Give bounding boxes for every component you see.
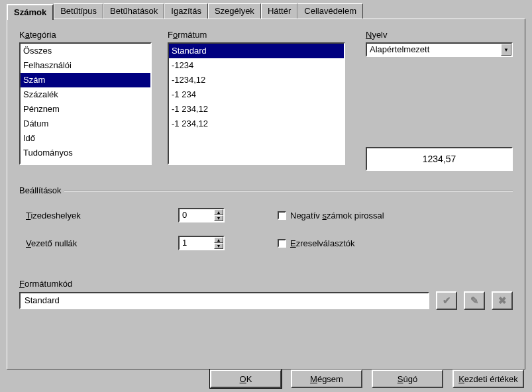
- apply-format-button[interactable]: ✔: [436, 291, 457, 310]
- thousands-sep-checkbox[interactable]: Ezreselválasztók: [278, 238, 355, 248]
- list-item[interactable]: -1 234: [169, 87, 344, 102]
- tab-font-effects[interactable]: Betűhatások: [103, 3, 164, 19]
- checkbox-icon: [278, 211, 286, 220]
- help-button[interactable]: Súgó: [372, 369, 443, 388]
- language-column: Nyelv Alapértelmezett ▼ 1234,57: [366, 30, 513, 171]
- language-label: Nyelv: [366, 30, 513, 40]
- category-label: Kategória: [19, 30, 152, 40]
- decimals-label: Tizedeshelyek: [26, 211, 178, 220]
- tab-bar: Számok Betűtípus Betűhatások Igazítás Sz…: [0, 0, 532, 19]
- language-combo[interactable]: Alapértelmezett ▼: [366, 42, 513, 57]
- category-column: Kategória ÖsszesFelhasználóiSzámSzázalék…: [19, 30, 152, 171]
- list-item[interactable]: Idő: [21, 131, 150, 146]
- language-value: Alapértelmezett: [367, 44, 501, 56]
- format-listbox[interactable]: Standard-1234-1234,12-1 234-1 234,12-1 2…: [168, 42, 345, 165]
- tab-numbers[interactable]: Számok: [7, 4, 54, 20]
- format-code-label: Formátumkód: [19, 279, 513, 289]
- note-icon: ✎: [470, 295, 479, 307]
- list-item[interactable]: Százalék: [21, 87, 150, 102]
- format-column: Formátum Standard-1234-1234,12-1 234-1 2…: [168, 30, 345, 171]
- edit-comment-button[interactable]: ✎: [464, 291, 485, 310]
- thousands-sep-label: Ezreselválasztók: [290, 238, 355, 248]
- tab-label: Háttér: [268, 6, 291, 16]
- decimals-value: 0: [180, 209, 214, 221]
- checkbox-icon: [278, 239, 286, 248]
- spin-up-icon[interactable]: ▲: [214, 237, 223, 243]
- tab-label: Igazítás: [171, 6, 201, 16]
- x-icon: ✖: [498, 295, 507, 307]
- leading-zeros-spinbox[interactable]: 1 ▲ ▼: [178, 236, 225, 250]
- tab-label: Betűtípus: [60, 6, 97, 16]
- top-row: Kategória ÖsszesFelhasználóiSzámSzázalék…: [19, 30, 513, 171]
- tab-label: Betűhatások: [110, 6, 158, 16]
- list-item[interactable]: -1 234,12: [169, 102, 344, 117]
- list-item[interactable]: -1234,12: [169, 73, 344, 87]
- tab-protection[interactable]: Cellavédelem: [297, 3, 363, 19]
- negative-red-label: Negatív számok pirossal: [290, 211, 384, 220]
- leading-zeros-label: Vezető nullák: [26, 238, 178, 248]
- list-item[interactable]: Összes: [21, 44, 150, 58]
- chevron-down-icon[interactable]: ▼: [501, 44, 511, 56]
- ok-button[interactable]: OK: [210, 369, 282, 388]
- list-item[interactable]: Dátum: [21, 117, 150, 131]
- tab-label: Számok: [14, 7, 46, 17]
- leading-zeros-value: 1: [180, 237, 214, 249]
- list-item[interactable]: -1 234,12: [169, 117, 344, 131]
- format-code-input[interactable]: Standard: [19, 292, 429, 309]
- tab-panel-numbers: Kategória ÖsszesFelhasználóiSzámSzázalék…: [7, 19, 525, 369]
- list-item[interactable]: Felhasználói: [21, 58, 150, 73]
- tab-background[interactable]: Háttér: [261, 3, 297, 19]
- negative-red-checkbox[interactable]: Negatív számok pirossal: [278, 211, 384, 220]
- spin-down-icon[interactable]: ▼: [214, 215, 223, 221]
- format-label: Formátum: [168, 30, 345, 40]
- preview-value: 1234,57: [423, 154, 456, 164]
- format-code-value: Standard: [25, 295, 60, 305]
- list-item[interactable]: Szám: [21, 73, 150, 87]
- options-heading: Beállítások: [19, 185, 64, 195]
- spin-down-icon[interactable]: ▼: [214, 243, 223, 249]
- list-item[interactable]: Standard: [169, 44, 344, 58]
- decimals-spinbox[interactable]: 0 ▲ ▼: [178, 208, 225, 222]
- list-item[interactable]: Tudományos: [21, 146, 150, 160]
- remove-format-button[interactable]: ✖: [492, 291, 513, 310]
- tab-alignment[interactable]: Igazítás: [164, 3, 208, 19]
- dialog-buttons: OK Mégsem Súgó Kezdeti értékek: [210, 369, 524, 388]
- check-icon: ✔: [443, 295, 451, 307]
- list-item[interactable]: Pénznem: [21, 102, 150, 117]
- preview-box: 1234,57: [366, 147, 513, 171]
- tab-borders[interactable]: Szegélyek: [208, 3, 261, 19]
- cancel-button[interactable]: Mégsem: [291, 369, 362, 388]
- tab-label: Cellavédelem: [304, 6, 356, 16]
- tab-font[interactable]: Betűtípus: [54, 3, 103, 19]
- category-listbox[interactable]: ÖsszesFelhasználóiSzámSzázalékPénznemDát…: [19, 42, 152, 165]
- tab-label: Szegélyek: [215, 6, 254, 16]
- options-fieldset: Beállítások Tizedeshelyek 0 ▲ ▼: [19, 185, 513, 267]
- spin-up-icon[interactable]: ▲: [214, 209, 223, 215]
- cell-format-dialog: Számok Betűtípus Betűhatások Igazítás Sz…: [0, 0, 532, 392]
- reset-button[interactable]: Kezdeti értékek: [452, 369, 524, 388]
- list-item[interactable]: -1234: [169, 58, 344, 73]
